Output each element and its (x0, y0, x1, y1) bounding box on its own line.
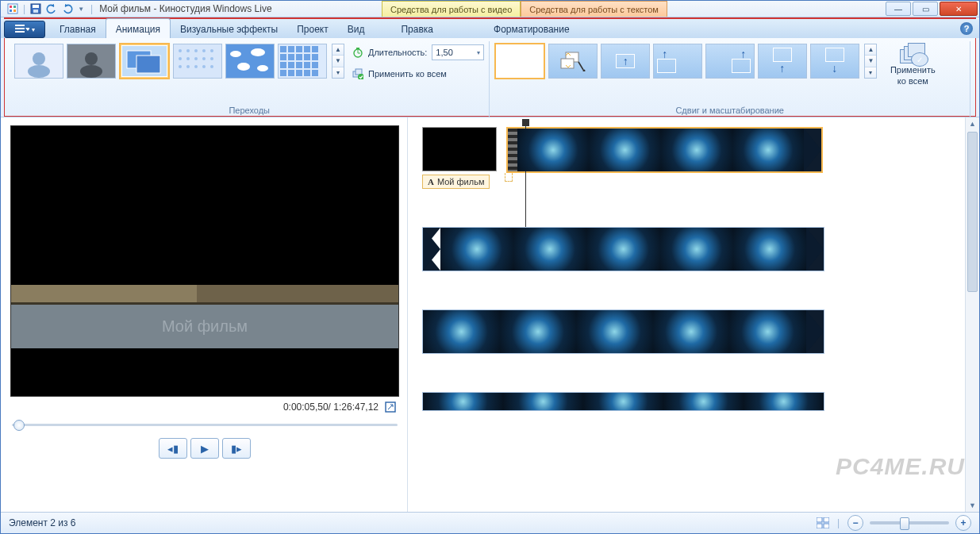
svg-point-24 (202, 49, 206, 52)
panzoom-gallery-scroll[interactable]: ▲▼▾ (864, 44, 877, 79)
view-thumbnails-icon[interactable] (817, 517, 829, 528)
tab-visual-effects[interactable]: Визуальные эффекты (171, 19, 287, 38)
svg-point-27 (186, 57, 190, 60)
svg-point-25 (210, 49, 213, 52)
tab-view[interactable]: Вид (338, 19, 375, 38)
clip-strip-4[interactable] (422, 392, 824, 411)
panzoom-thumb-none[interactable] (494, 43, 545, 79)
svg-rect-65 (356, 48, 359, 49)
svg-point-22 (186, 49, 190, 52)
svg-point-13 (33, 52, 45, 65)
duration-input[interactable]: 1,50▾ (432, 44, 484, 60)
timeline-row-4 (422, 392, 971, 411)
panzoom-thumb-in-center[interactable]: ↑ (601, 44, 650, 79)
prev-frame-button[interactable]: ◂▮ (159, 438, 187, 459)
ribbon-tabs: ▾ Главная Анимация Визуальные эффекты Пр… (1, 19, 979, 38)
transitions-gallery: ▲▼▾ (14, 43, 344, 79)
tab-edit[interactable]: Правка (391, 19, 443, 38)
transition-thumb-1[interactable] (14, 44, 63, 79)
panzoom-thumb-in-left[interactable]: ↑ (653, 44, 702, 79)
transition-thumb-4[interactable] (173, 44, 222, 79)
transition-thumb-selected[interactable] (119, 43, 170, 79)
svg-point-38 (251, 48, 265, 56)
svg-rect-60 (304, 70, 310, 76)
timeline-row-3 (422, 309, 971, 354)
redo-icon[interactable] (62, 3, 73, 14)
transition-thumb-6[interactable] (278, 44, 327, 79)
svg-point-40 (257, 65, 268, 71)
svg-rect-57 (280, 70, 286, 76)
svg-rect-8 (15, 25, 25, 26)
svg-rect-36 (226, 44, 274, 78)
minimize-button[interactable]: — (886, 2, 911, 16)
svg-rect-48 (288, 54, 294, 60)
svg-rect-67 (355, 69, 362, 75)
group-label-panzoom: Сдвиг и масштабирование (494, 103, 965, 117)
panzoom-thumb-in-top[interactable]: ↑ (758, 44, 807, 79)
titlebar: | ▼ | Мой фильм - Киностудия Windows Liv… (1, 1, 979, 17)
next-frame-button[interactable]: ▮▸ (222, 438, 251, 459)
save-icon[interactable] (30, 3, 41, 14)
timeline-vertical-scrollbar[interactable]: ▲ ▼ (965, 117, 979, 512)
preview-title-overlay: Мой фильм (162, 317, 248, 336)
svg-rect-45 (304, 46, 310, 52)
svg-rect-2 (13, 6, 16, 8)
apply-all-big-icon: ✓ (900, 43, 925, 63)
play-button[interactable]: ▶ (190, 438, 219, 459)
contextual-tab-text-tools[interactable]: Средства для работы с текстом (521, 1, 667, 17)
apply-to-all-small[interactable]: Применить ко всем (352, 67, 484, 81)
clip-strip-3[interactable] (422, 309, 824, 354)
app-menu-button[interactable]: ▾ (4, 21, 45, 38)
clip-strip-2[interactable] (422, 227, 824, 271)
help-icon[interactable]: ? (960, 22, 973, 35)
qat-dropdown-icon[interactable]: ▼ (78, 6, 84, 13)
ribbon-group-transitions: ▲▼▾ Длительность: 1,50▾ Применить ко все… (10, 41, 490, 117)
zoom-in-button[interactable]: + (955, 515, 971, 531)
clip-title-thumb[interactable] (422, 127, 497, 171)
panzoom-thumb-in-right[interactable]: ↑ (705, 44, 755, 79)
seek-slider[interactable] (12, 419, 398, 430)
zoom-slider[interactable] (870, 521, 949, 524)
contextual-tab-video-tools[interactable]: Средства для работы с видео (382, 1, 521, 17)
transitions-gallery-scroll[interactable]: ▲▼▾ (332, 44, 344, 79)
svg-rect-51 (312, 54, 318, 60)
clip-strip-1[interactable] (506, 127, 823, 173)
zoom-control: − + (847, 515, 971, 531)
svg-rect-19 (136, 56, 160, 73)
svg-point-15 (80, 65, 102, 78)
tab-home[interactable]: Главная (50, 19, 106, 38)
app-window: | ▼ | Мой фильм - Киностудия Windows Liv… (0, 0, 980, 534)
svg-point-32 (186, 65, 190, 68)
duration-control: Длительность: 1,50▾ (352, 43, 484, 62)
time-display: 0:00:05,50/ 1:26:47,12 (10, 397, 399, 416)
svg-rect-58 (288, 70, 294, 76)
svg-rect-73 (817, 517, 822, 522)
tab-project[interactable]: Проект (287, 19, 338, 38)
apply-all-icon (352, 68, 363, 79)
title-caption-chip[interactable]: A Мой фильм (422, 175, 490, 189)
zoom-out-button[interactable]: − (847, 515, 863, 531)
svg-rect-55 (304, 62, 310, 68)
tab-animation[interactable]: Анимация (106, 18, 171, 38)
transition-thumb-2[interactable] (67, 44, 116, 79)
apply-to-all-big[interactable]: ✓ Применить ко всем (885, 43, 940, 86)
text-A-icon: A (428, 177, 434, 186)
qat-separator: | (23, 3, 25, 14)
fullscreen-icon[interactable] (385, 401, 396, 413)
close-button[interactable]: ✕ (940, 2, 978, 16)
panzoom-thumb-out[interactable]: ↓ (810, 44, 859, 79)
svg-rect-10 (15, 31, 25, 33)
svg-rect-1 (10, 6, 12, 8)
maximize-button[interactable]: ▭ (913, 2, 938, 16)
svg-point-28 (194, 57, 198, 60)
tab-formatting[interactable]: Форматирование (484, 19, 579, 38)
svg-rect-54 (296, 62, 302, 68)
svg-point-35 (210, 65, 213, 68)
preview-pane: Мой фильм 0:00:05,50/ 1:26:47,12 ◂▮ ▶ ▮▸ (1, 117, 407, 512)
panzoom-thumb-auto[interactable] (548, 44, 598, 79)
timeline-row-1: A Мой фильм (422, 127, 971, 189)
svg-point-26 (179, 57, 182, 60)
transition-thumb-5[interactable] (225, 44, 275, 79)
svg-rect-61 (312, 70, 318, 76)
undo-icon[interactable] (46, 3, 57, 14)
